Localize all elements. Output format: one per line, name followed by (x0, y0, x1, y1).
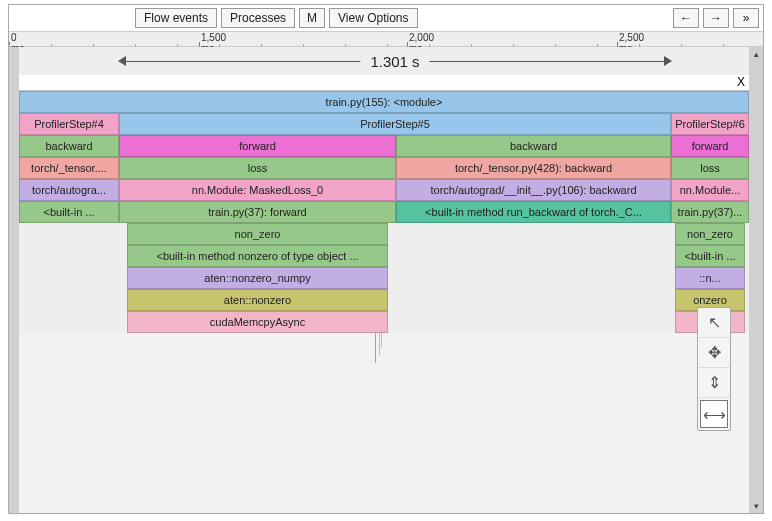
tool-palette: ↖ ✥ ⇕ ⟷ (697, 307, 731, 431)
processes-button[interactable]: Processes (221, 8, 295, 28)
trace-event[interactable]: forward (671, 135, 749, 157)
trace-event[interactable] (381, 333, 382, 347)
trace-content[interactable]: 1.301 s X train.py(155): <module>Profile… (19, 47, 749, 513)
trace-event[interactable] (375, 333, 376, 363)
gutter-left (9, 47, 19, 513)
lane: <built-in method nonzero of type object … (19, 245, 749, 267)
lane: cudaMemcpyAsyncaM... (19, 311, 749, 333)
trace-event[interactable]: aten::nonzero_numpy (127, 267, 388, 289)
pointer-tool[interactable]: ↖ (698, 308, 730, 338)
trace-event[interactable]: <built-in method run_backward of torch._… (396, 201, 671, 223)
lane: backwardforwardbackwardforward (19, 135, 749, 157)
overflow-button[interactable]: » (733, 8, 759, 28)
lane: torch/autogra...nn.Module: MaskedLoss_0t… (19, 179, 749, 201)
trace-event[interactable]: cudaMemcpyAsync (127, 311, 388, 333)
view-options-button[interactable]: View Options (329, 8, 417, 28)
lane: aten::nonzeroonzero (19, 289, 749, 311)
trace-event[interactable]: train.py(37)... (671, 201, 749, 223)
gutter-right[interactable]: ▴ ▾ (749, 47, 763, 513)
nav-right-button[interactable]: → (703, 8, 729, 28)
trace-event[interactable]: loss (119, 157, 396, 179)
trace-event[interactable]: torch/_tensor.... (19, 157, 119, 179)
main-area: 1.301 s X train.py(155): <module>Profile… (9, 47, 763, 513)
trace-event[interactable]: torch/_tensor.py(428): backward (396, 157, 671, 179)
duration-label: 1.301 s (360, 53, 429, 70)
pan-tool[interactable]: ✥ (698, 338, 730, 368)
trace-event[interactable]: loss (671, 157, 749, 179)
trace-event[interactable]: non_zero (127, 223, 388, 245)
nav-left-button[interactable]: ← (673, 8, 699, 28)
trace-event[interactable]: torch/autogra... (19, 179, 119, 201)
lower-area (19, 333, 749, 513)
toolbar: Flow events Processes M View Options ← →… (9, 5, 763, 31)
trace-event[interactable]: ::n... (675, 267, 745, 289)
trace-event[interactable] (379, 333, 380, 355)
selection-duration: 1.301 s (119, 47, 671, 75)
trace-event[interactable]: <built-in ... (19, 201, 119, 223)
trace-event[interactable]: <built-in ... (675, 245, 745, 267)
track-header: X (19, 75, 749, 91)
m-button[interactable]: M (299, 8, 325, 28)
timing-tool[interactable]: ⟷ (700, 400, 728, 428)
trace-event[interactable]: train.py(155): <module> (19, 91, 749, 113)
trace-event[interactable]: non_zero (675, 223, 745, 245)
trace-event[interactable]: nn.Module... (671, 179, 749, 201)
trace-event[interactable]: ProfilerStep#6 (671, 113, 749, 135)
zoom-tool[interactable]: ⇕ (698, 368, 730, 398)
lane: torch/_tensor....losstorch/_tensor.py(42… (19, 157, 749, 179)
scroll-down-icon[interactable]: ▾ (751, 501, 761, 511)
trace-event[interactable]: ProfilerStep#5 (119, 113, 671, 135)
lane: non_zeronon_zero (19, 223, 749, 245)
lane: ProfilerStep#4ProfilerStep#5ProfilerStep… (19, 113, 749, 135)
trace-event[interactable]: train.py(37): forward (119, 201, 396, 223)
trace-event[interactable]: <built-in method nonzero of type object … (127, 245, 388, 267)
tracks: X train.py(155): <module>ProfilerStep#4P… (19, 75, 749, 513)
trace-event[interactable]: nn.Module: MaskedLoss_0 (119, 179, 396, 201)
trace-event[interactable]: torch/autograd/__init__.py(106): backwar… (396, 179, 671, 201)
lane: <built-in ...train.py(37): forward<built… (19, 201, 749, 223)
trace-event[interactable]: aten::nonzero (127, 289, 388, 311)
trace-event[interactable]: forward (119, 135, 396, 157)
trace-event[interactable]: backward (19, 135, 119, 157)
close-icon[interactable]: X (737, 75, 745, 89)
trace-event[interactable]: ProfilerStep#4 (19, 113, 119, 135)
trace-event[interactable]: backward (396, 135, 671, 157)
lane: train.py(155): <module> (19, 91, 749, 113)
scroll-up-icon[interactable]: ▴ (751, 49, 761, 59)
lane: aten::nonzero_numpy::n... (19, 267, 749, 289)
time-ruler[interactable]: 0 ms1,500 ms2,000 ms2,500 ms (9, 31, 763, 47)
flow-events-button[interactable]: Flow events (135, 8, 217, 28)
